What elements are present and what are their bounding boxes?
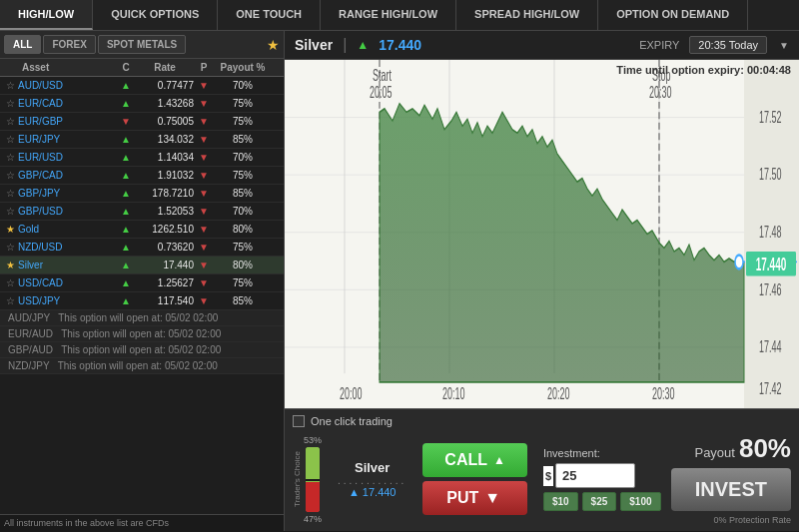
row-asset-name: EUR/USD [18,152,118,163]
investment-input[interactable] [555,463,635,488]
payout-invest-section: Payout 80% INVEST 0% Protection Rate [671,433,791,525]
invest-button[interactable]: INVEST [671,468,791,511]
row-rate: 1.91032 [134,170,196,181]
table-row[interactable]: ☆ EUR/GBP ▼ 0.75005 ▼ 75% 20:30 ▼ [0,113,284,131]
one-click-label: One click trading [311,415,393,427]
svg-text:17.52: 17.52 [759,108,781,126]
row-star-icon[interactable]: ☆ [2,188,18,199]
right-panel: Silver | ▲ 17.440 EXPIRY 20:35 Today ▼ T… [285,31,799,531]
row-star-icon[interactable]: ★ [2,224,18,235]
row-payout-dir-icon: ▼ [196,98,212,109]
row-expiry[interactable]: 20:55 ▼ [274,260,284,270]
row-expiry[interactable]: 20:30 ▼ [274,116,284,127]
table-row[interactable]: ☆ EUR/USD ▲ 1.14034 ▼ 70% 20:40 ▼ 0:06:4… [0,149,284,167]
currency-symbol: $ [543,466,553,486]
favorites-star-icon[interactable]: ★ [267,37,280,53]
row-expiry[interactable]: 20:40 ▼ [274,170,284,181]
row-payout-dir-icon: ▼ [196,224,212,235]
row-expiry[interactable]: 20:40 ▼ [274,80,284,91]
info-row: EUR/AUD This option will open at: 05/02 … [0,326,284,342]
table-row[interactable]: ☆ EUR/JPY ▲ 134.032 ▼ 85% 20:35 ▼ [0,131,284,149]
row-star-icon[interactable]: ☆ [2,170,18,181]
row-rate: 0.73620 [134,242,196,253]
row-asset-name: Silver [18,260,118,270]
chart-divider: | [343,36,347,54]
row-payout-dir-icon: ▼ [196,170,212,181]
row-expiry[interactable]: 20:30 ▼ [274,277,284,288]
gauge-bar [306,447,320,512]
left-panel: ALL FOREX SPOT METALS ★ Asset C Rate P P… [0,31,285,531]
asset-price: ▲ 17.440 [349,486,397,498]
one-click-checkbox[interactable] [293,415,305,427]
amount-100-button[interactable]: $100 [620,492,660,511]
row-asset-name: GBP/JPY [18,188,118,199]
row-expiry[interactable]: 20:40 ▼ [274,295,284,306]
expiry-value[interactable]: 20:35 Today [689,36,767,54]
info-row-text: GBP/AUD This option will open at: 05/02 … [8,344,276,355]
row-star-icon[interactable]: ☆ [2,206,18,217]
amount-25-button[interactable]: $25 [582,492,617,511]
tab-spot-metals[interactable]: SPOT METALS [98,35,186,54]
row-star-icon[interactable]: ☆ [2,242,18,253]
row-payout: 70% [212,152,274,163]
svg-text:17.50: 17.50 [759,166,781,184]
row-payout: 75% [212,242,274,253]
row-star-icon[interactable]: ☆ [2,295,18,306]
table-row[interactable]: ☆ USD/CAD ▲ 1.25627 ▼ 75% 20:30 ▼ [0,274,284,292]
row-star-icon[interactable]: ☆ [2,98,18,109]
nav-high-low[interactable]: HIGH/LOW [0,0,93,30]
amount-10-button[interactable]: $10 [543,492,578,511]
chart-price: 17.440 [379,37,421,53]
call-button[interactable]: CALL ▲ [422,443,527,477]
table-row[interactable]: ☆ AUD/USD ▲ 0.77477 ▼ 70% 20:40 ▼ 0:06:4… [0,77,284,95]
table-row[interactable]: ☆ USD/JPY ▲ 117.540 ▼ 85% 20:40 ▼ [0,292,284,310]
row-payout: 80% [212,224,274,235]
asset-dots: ............ [338,475,406,486]
payout-percent: 80% [739,433,791,464]
tab-all[interactable]: ALL [4,35,41,54]
nav-one-touch[interactable]: ONE TOUCH [218,0,321,30]
row-star-icon[interactable]: ☆ [2,80,18,91]
row-expiry[interactable]: 20:35 ▼ [274,134,284,145]
svg-text:17.48: 17.48 [759,223,781,241]
put-button[interactable]: PUT ▼ [422,481,527,515]
row-star-icon[interactable]: ★ [2,260,18,270]
row-expiry[interactable]: 20:40 ▼ [274,152,284,163]
nav-option-on-demand[interactable]: OPTION ON DEMAND [598,0,748,30]
row-direction-icon: ▲ [118,170,134,181]
expiry-dropdown-icon[interactable]: ▼ [779,40,789,51]
row-expiry[interactable]: 20:40 ▼ [274,206,284,217]
row-payout-dir-icon: ▼ [196,206,212,217]
call-put-buttons: CALL ▲ PUT ▼ [422,443,527,515]
tab-forex[interactable]: FOREX [43,35,95,54]
table-row[interactable]: ☆ NZD/USD ▲ 0.73620 ▼ 75% 21:00 ▼ 0:19:4… [0,239,284,257]
nav-spread-high-low[interactable]: SPREAD HIGH/LOW [456,0,598,30]
row-star-icon[interactable]: ☆ [2,134,18,145]
row-star-icon[interactable]: ☆ [2,116,18,127]
table-row[interactable]: ★ Silver ▲ 17.440 ▼ 80% 20:55 ▼ 0:19:43 [0,257,284,274]
investment-input-row: $ [543,463,661,488]
table-row[interactable]: ☆ GBP/JPY ▲ 178.7210 ▼ 85% 20:40 ▼ [0,185,284,203]
nav-quick-options[interactable]: QUICK OPTIONS [93,0,218,30]
asset-name: Silver [355,460,390,475]
row-expiry[interactable]: 20:30 ▼ [274,224,284,235]
row-direction-icon: ▲ [118,152,134,163]
row-asset-name: AUD/USD [18,80,118,91]
row-expiry[interactable]: 20:40 ▼ [274,188,284,199]
row-expiry[interactable]: 20:30 ▼ [274,98,284,109]
call-arrow-icon: ▲ [493,453,505,467]
table-row[interactable]: ☆ GBP/CAD ▲ 1.91032 ▼ 75% 20:40 ▼ [0,167,284,185]
row-star-icon[interactable]: ☆ [2,152,18,163]
row-star-icon[interactable]: ☆ [2,277,18,288]
row-rate: 0.77477 [134,80,196,91]
put-arrow-icon: ▼ [484,489,500,507]
table-row[interactable]: ☆ GBP/USD ▲ 1.52053 ▼ 70% 20:40 ▼ 0:06:4… [0,203,284,221]
table-row[interactable]: ☆ EUR/CAD ▲ 1.43268 ▼ 75% 20:30 ▼ [0,95,284,113]
nav-range-high-low[interactable]: RANGE HIGH/LOW [321,0,456,30]
row-rate: 178.7210 [134,188,196,199]
table-row[interactable]: ★ Gold ▲ 1262.510 ▼ 80% 20:30 ▼ [0,221,284,239]
row-payout: 75% [212,98,274,109]
svg-point-18 [735,255,743,268]
row-expiry[interactable]: 21:00 ▼ [274,242,284,253]
row-rate: 1262.510 [134,224,196,235]
